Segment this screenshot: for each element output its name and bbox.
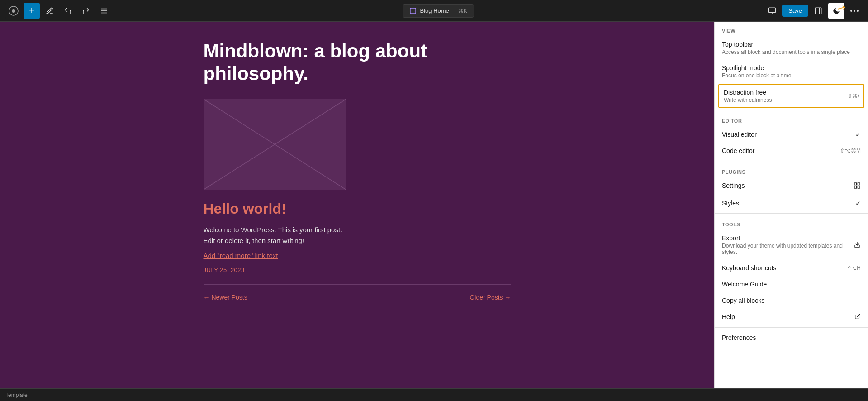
blog-content: Mindblown: a blog about philosophy. Hell… [176,22,538,319]
menu-item-preferences[interactable]: Preferences [715,329,868,346]
list-view-button[interactable] [96,3,112,19]
checkmark-icon-visual: ✓ [855,131,861,138]
menu-item-top-toolbar-desc: Access all block and document tools in a… [722,49,861,55]
svg-rect-7 [769,8,776,13]
statusbar: Template [0,388,868,401]
undo-button[interactable] [60,3,76,19]
keyboard-shortcuts-shortcut: ^⌥H [848,265,861,271]
topbar-center: Blog Home ⌘K [403,4,474,18]
menu-item-preferences-title: Preferences [722,334,861,341]
divider-3 [715,213,868,214]
menu-item-styles-content: Styles [722,200,850,207]
svg-rect-10 [815,8,821,14]
menu-item-export[interactable]: Export Download your theme with updated … [715,230,868,260]
older-posts-link[interactable]: Older Posts → [470,294,511,301]
svg-point-13 [854,10,855,12]
menu-item-code-editor-title: Code editor [722,147,835,154]
post-body-1: Welcome to WordPress. This is your first… [204,224,511,246]
add-block-button[interactable]: + [24,3,40,19]
menu-item-help[interactable]: Help [715,309,868,325]
divider-4 [715,327,868,328]
divider-1 [715,110,868,110]
menu-item-distraction-free-shortcut: ⇧⌘\ [848,93,859,99]
svg-point-12 [850,10,852,12]
menu-item-help-content: Help [722,313,849,320]
tools-section-label: TOOLS [715,215,868,230]
menu-item-copy-all-blocks[interactable]: Copy all blocks [715,292,868,309]
menu-item-distraction-free-desc: Write with calmness [724,97,842,103]
menu-item-settings[interactable]: Settings [715,177,868,195]
topbar-left: + [5,3,112,19]
menu-item-styles-title: Styles [722,200,850,207]
menu-item-settings-content: Settings [722,182,848,189]
post-navigation: ← Newer Posts Older Posts → [204,284,511,301]
post-date: JULY 25, 2023 [204,267,511,273]
status-label: Template [5,392,28,398]
menu-item-export-content: Export Download your theme with updated … [722,234,848,255]
plugins-section-label: PLUGINS [715,163,868,177]
menu-item-spotlight[interactable]: Spotlight mode Focus on one block at a t… [715,60,868,83]
wp-logo[interactable] [5,3,22,19]
menu-item-visual-editor-content: Visual editor [722,131,850,138]
menu-item-spotlight-title: Spotlight mode [722,64,861,72]
menu-item-spotlight-desc: Focus on one block at a time [722,72,861,79]
external-link-icon [854,313,861,321]
redo-button[interactable] [78,3,94,19]
blog-home-shortcut: ⌘K [458,8,467,14]
menu-item-top-toolbar-title: Top toolbar [722,41,861,48]
menu-item-distraction-free-title: Distraction free [724,89,842,96]
svg-point-1 [12,9,15,13]
menu-item-copy-all-blocks-title: Copy all blocks [722,297,861,304]
menu-item-visual-editor-title: Visual editor [722,131,850,138]
dropdown-panel: VIEW Top toolbar Access all block and do… [714,22,868,388]
main-content: Mindblown: a blog about philosophy. Hell… [0,22,714,388]
menu-item-visual-editor[interactable]: Visual editor ✓ [715,126,868,143]
read-more-link[interactable]: Add "read more" link text [204,252,511,259]
download-icon [854,241,861,249]
menu-item-keyboard-shortcuts-content: Keyboard shortcuts [722,264,843,272]
svg-rect-21 [854,186,857,188]
more-options-button[interactable] [846,3,863,19]
divider-2 [715,161,868,161]
placeholder-image [204,99,346,190]
menu-item-welcome-guide-title: Welcome Guide [722,281,861,288]
menu-item-help-title: Help [722,313,849,320]
menu-item-styles[interactable]: Styles ✓ [715,195,868,211]
menu-item-top-toolbar-content: Top toolbar Access all block and documen… [722,41,861,55]
menu-item-settings-title: Settings [722,182,848,189]
svg-rect-19 [858,183,860,185]
menu-item-code-editor-shortcut: ⇧⌥⌘M [840,148,861,154]
blog-title: Mindblown: a blog about philosophy. [204,40,511,86]
menu-item-code-editor-content: Code editor [722,147,835,154]
newer-posts-link[interactable]: ← Newer Posts [204,294,247,301]
menu-item-top-toolbar[interactable]: Top toolbar Access all block and documen… [715,36,868,60]
menu-item-keyboard-shortcuts-title: Keyboard shortcuts [722,264,843,272]
blog-home-label: Blog Home [420,7,449,14]
svg-line-23 [857,314,860,317]
menu-item-export-title: Export [722,234,848,242]
menu-item-copy-all-blocks-content: Copy all blocks [722,297,861,304]
sidebar-toggle-button[interactable] [810,3,826,19]
checkmark-icon-styles: ✓ [855,200,861,207]
settings-panel-icon [854,182,861,191]
topbar-right: Save [764,3,863,19]
view-section-label: VIEW [715,22,868,36]
preview-button[interactable] [764,3,780,19]
svg-rect-20 [858,186,860,188]
topbar: + Blog Home ⌘K Save [0,0,868,22]
menu-item-code-editor[interactable]: Code editor ⇧⌥⌘M [715,143,868,159]
editor-section-label: EDITOR [715,112,868,126]
save-button[interactable]: Save [782,5,808,17]
tools-button[interactable] [42,3,58,19]
menu-item-distraction-free[interactable]: Distraction free Write with calmness ⇧⌘\ [718,84,864,108]
post-title: Hello world! [204,200,511,217]
svg-rect-5 [410,8,416,14]
svg-rect-18 [854,183,857,185]
svg-point-14 [857,10,859,12]
menu-item-welcome-guide-content: Welcome Guide [722,281,861,288]
menu-item-welcome-guide[interactable]: Welcome Guide [715,276,868,292]
blog-home-button[interactable]: Blog Home ⌘K [403,4,474,18]
menu-item-distraction-free-content: Distraction free Write with calmness [724,89,842,103]
menu-item-export-desc: Download your theme with updated templat… [722,243,848,255]
menu-item-keyboard-shortcuts[interactable]: Keyboard shortcuts ^⌥H [715,260,868,276]
